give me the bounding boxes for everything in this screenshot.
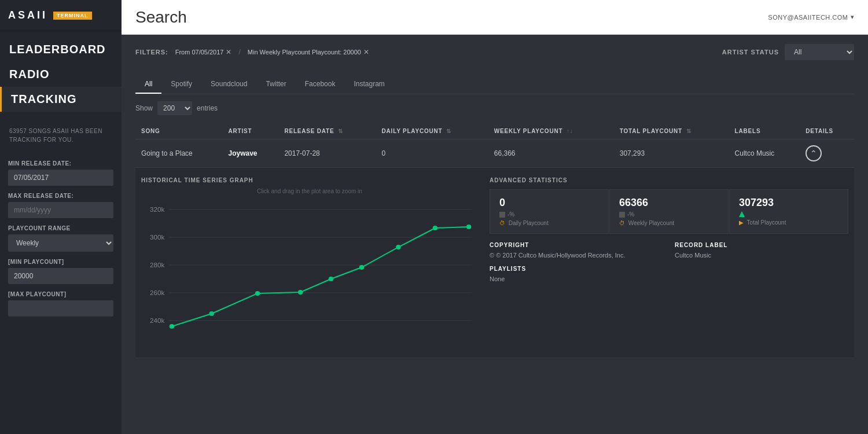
- user-email: SONY@ASAIITECH.COM: [768, 14, 848, 21]
- total-playcount-sort-icon: ⇅: [686, 128, 692, 134]
- tab-all[interactable]: All: [135, 75, 161, 94]
- svg-point-17: [433, 226, 437, 230]
- copyright-symbol: ©: [490, 252, 496, 259]
- min-playcount-input[interactable]: [8, 268, 113, 284]
- col-weekly-playcount[interactable]: WEEKLY PLAYCOUNT ↑↓: [488, 123, 614, 139]
- weekly-playcount-sort-icon: ↑↓: [567, 128, 573, 134]
- clock-icon: ⏱: [499, 220, 505, 226]
- max-playcount-input[interactable]: [8, 300, 113, 317]
- min-release-date-input[interactable]: [8, 170, 113, 186]
- play-icon: ▶: [739, 219, 744, 226]
- svg-point-13: [298, 290, 303, 295]
- playlists-content: None: [490, 275, 848, 282]
- record-label-section: RECORD LABEL Cultco Music: [675, 242, 848, 259]
- svg-point-10: [170, 324, 174, 329]
- artist-status-label: ARTIST STATUS: [722, 49, 779, 56]
- sidebar-nav: LEADERBOARD RADIO TRACKING: [0, 31, 122, 117]
- filter-tag-playcount: Min Weekly Playcount Playcount: 20000 ✕: [248, 48, 369, 56]
- copyright-section: COPYRIGHT © © 2017 Cultco Music/Hollywoo…: [490, 242, 663, 259]
- svg-text:240k: 240k: [150, 317, 165, 324]
- stat-total-value: 307293: [739, 197, 838, 209]
- header: Search SONY@ASAIITECH.COM ▾: [122, 0, 868, 35]
- cell-daily-playcount: 0: [376, 139, 488, 168]
- details-button[interactable]: ⌃: [806, 145, 822, 161]
- svg-text:280k: 280k: [150, 262, 165, 269]
- chart-area: HISTORICAL TIME SERIES GRAPH Click and d…: [141, 177, 478, 348]
- daily-playcount-sort-icon: ⇅: [446, 128, 451, 134]
- max-release-date-input[interactable]: [8, 202, 113, 218]
- sidebar-item-tracking[interactable]: TRACKING: [0, 87, 122, 112]
- playcount-range-label: PLAYCOUNT RANGE: [8, 225, 113, 231]
- playcount-range-select[interactable]: Weekly Daily Total: [8, 234, 113, 252]
- copyright-title: COPYRIGHT: [490, 242, 663, 248]
- copyright-content: © © 2017 Cultco Music/Hollywood Records,…: [490, 252, 663, 259]
- sidebar-logo: ASAII TERMINAL: [0, 0, 122, 31]
- filter-date-text: From 07/05/2017: [175, 49, 224, 56]
- sidebar: ASAII TERMINAL LEADERBOARD RADIO TRACKIN…: [0, 0, 122, 434]
- playlists-section: PLAYLISTS None: [490, 266, 848, 282]
- data-table: SONG ARTIST RELEASE DATE ⇅ DAILY PLAYCOU…: [135, 123, 854, 358]
- tab-facebook[interactable]: Facebook: [296, 75, 345, 94]
- svg-text:260k: 260k: [150, 289, 165, 296]
- content-area: FILTERS: From 07/05/2017 ✕ / Min Weekly …: [122, 35, 868, 434]
- show-label: Show: [135, 104, 153, 112]
- cell-weekly-playcount: 66,366: [488, 139, 614, 168]
- stats-panel: ADVANCED STATISTICS 0 -%: [490, 177, 848, 348]
- filter-date-remove[interactable]: ✕: [226, 48, 231, 56]
- stat-daily-name: ⏱ Daily Playcount: [499, 220, 599, 226]
- svg-point-18: [466, 225, 471, 229]
- filter-playcount-remove[interactable]: ✕: [363, 48, 369, 56]
- daily-change-text: -%: [507, 211, 514, 218]
- user-menu[interactable]: SONY@ASAIITECH.COM ▾: [768, 13, 854, 21]
- svg-point-14: [329, 277, 333, 281]
- tab-twitter[interactable]: Twitter: [256, 75, 295, 94]
- cell-labels: Cultco Music: [729, 139, 800, 168]
- playlists-title: PLAYLISTS: [490, 266, 848, 272]
- artist-status-select[interactable]: All Signed Unsigned: [785, 44, 854, 60]
- col-labels: LABELS: [729, 123, 800, 139]
- main-content: Search SONY@ASAIITECH.COM ▾ FILTERS: Fro…: [122, 0, 868, 434]
- svg-text:300k: 300k: [150, 234, 165, 241]
- min-playcount-label: [MIN PLAYCOUNT]: [8, 259, 113, 265]
- tab-soundcloud[interactable]: Soundcloud: [201, 75, 256, 94]
- filter-playcount-text: Min Weekly Playcount Playcount: 20000: [248, 49, 361, 56]
- svg-point-15: [359, 265, 364, 270]
- logo-badge: TERMINAL: [53, 12, 92, 20]
- stats-cards: 0 -% ⏱ Daily Playcount: [490, 189, 848, 234]
- col-artist: ARTIST: [222, 123, 278, 139]
- col-daily-playcount[interactable]: DAILY PLAYCOUNT ⇅: [376, 123, 488, 139]
- svg-point-12: [255, 291, 260, 296]
- min-release-date-label: MIN RELEASE DATE:: [8, 160, 113, 167]
- cell-total-playcount: 307,293: [614, 139, 729, 168]
- weekly-change-text: -%: [627, 211, 634, 218]
- chevron-down-icon: ▾: [851, 13, 855, 21]
- stat-daily-change: -%: [499, 211, 599, 218]
- table-row: Going to a Place Joywave 2017-07-28 0 66…: [135, 139, 854, 168]
- tab-spotify[interactable]: Spotify: [161, 75, 201, 94]
- stat-total-change: [739, 211, 838, 217]
- weekly-trend-indicator: [619, 212, 625, 218]
- show-entries-row: Show 200 100 50 entries: [135, 101, 854, 115]
- cell-details: ⌃: [800, 139, 854, 168]
- chart-container[interactable]: 320k 300k 280k 260k 240k: [141, 198, 478, 348]
- stat-card-total: 307293 ▶ Total Playcount: [729, 189, 848, 234]
- max-release-date-label: MAX RELEASE DATE:: [8, 193, 113, 199]
- artist-status-bar: ARTIST STATUS All Signed Unsigned: [722, 44, 854, 60]
- stat-weekly-name: ⏱ Weekly Playcount: [619, 220, 719, 226]
- sidebar-item-radio[interactable]: RADIO: [0, 62, 122, 87]
- chart-svg: 320k 300k 280k 260k 240k: [141, 198, 478, 348]
- svg-point-16: [396, 245, 400, 249]
- tab-instagram[interactable]: Instagram: [344, 75, 393, 94]
- col-release-date[interactable]: RELEASE DATE ⇅: [278, 123, 376, 139]
- details-bottom: COPYRIGHT © © 2017 Cultco Music/Hollywoo…: [490, 242, 848, 259]
- expanded-cell: HISTORICAL TIME SERIES GRAPH Click and d…: [135, 168, 854, 358]
- stat-daily-value: 0: [499, 197, 599, 209]
- show-entries-select[interactable]: 200 100 50: [157, 101, 192, 115]
- col-total-playcount[interactable]: TOTAL PLAYCOUNT ⇅: [614, 123, 729, 139]
- cell-song: Going to a Place: [135, 139, 222, 168]
- stat-weekly-change: -%: [619, 211, 719, 218]
- calendar-icon: ⏱: [619, 220, 625, 226]
- sidebar-item-leaderboard[interactable]: LEADERBOARD: [0, 37, 122, 62]
- chart-subtitle: Click and drag in the plot area to zoom …: [141, 188, 478, 194]
- daily-trend-indicator: [499, 212, 505, 218]
